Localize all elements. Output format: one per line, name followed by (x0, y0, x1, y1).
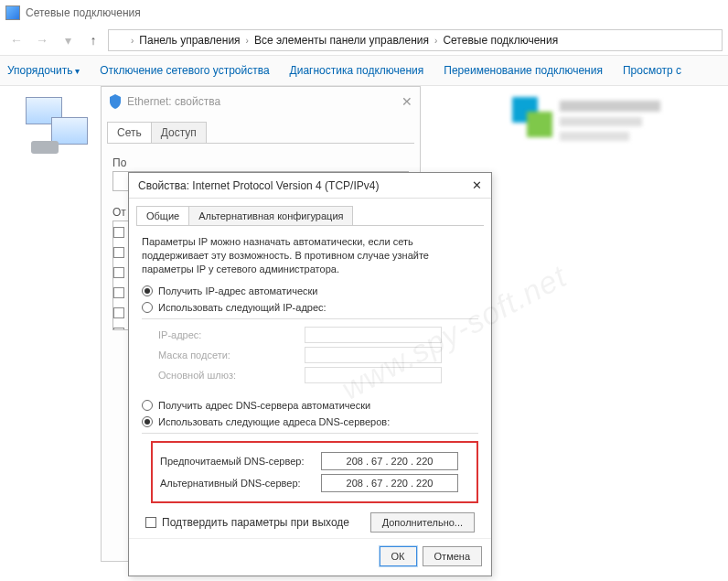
gateway-input (305, 367, 442, 383)
subnet-mask-field: Маска подсети: (158, 347, 478, 363)
nav-back-button[interactable]: ← (5, 29, 27, 51)
cancel-button[interactable]: Отмена (423, 546, 482, 566)
radio-icon (142, 416, 153, 427)
nav-forward-button[interactable]: → (31, 29, 53, 51)
dns-highlight-box: Предпочитаемый DNS-сервер: 208 . 67 . 22… (151, 441, 478, 503)
window-titlebar: Сетевые подключения (0, 0, 728, 26)
ip-input (305, 327, 442, 343)
close-icon[interactable]: ✕ (472, 178, 482, 192)
content-area: Ethernet: свойства ✕ Сеть Доступ По От С… (0, 86, 728, 580)
tab-sharing[interactable]: Доступ (151, 122, 207, 143)
breadcrumb-seg[interactable]: Все элементы панели управления (254, 34, 429, 47)
breadcrumb[interactable]: › Панель управления › Все элементы панел… (108, 29, 723, 51)
validate-checkbox[interactable] (145, 517, 156, 528)
radio-manual-ip[interactable]: Использовать следующий IP-адрес: (142, 302, 478, 313)
ipv4-tabs: Общие Альтернативная конфигурация (136, 206, 484, 226)
rename-button[interactable]: Переименование подключения (444, 64, 603, 77)
radio-icon (142, 285, 153, 296)
network-adapter-icon[interactable] (26, 97, 91, 156)
radio-label: Получить адрес DNS-сервера автоматически (158, 400, 370, 411)
chevron-right-icon: › (244, 36, 251, 46)
breadcrumb-seg[interactable]: Сетевые подключения (443, 34, 558, 47)
ip-address-field: IP-адрес: (158, 327, 478, 343)
tab-network[interactable]: Сеть (107, 122, 152, 143)
blurred-adapter (512, 97, 658, 156)
tab-alternate[interactable]: Альтернативная конфигурация (188, 206, 353, 225)
path-icon (112, 34, 125, 47)
validate-label: Подтвердить параметры при выходе (162, 516, 349, 529)
gateway-field: Основной шлюз: (158, 367, 478, 383)
preferred-dns-input[interactable]: 208 . 67 . 220 . 220 (321, 452, 458, 470)
nav-up-level-button[interactable]: ↑ (82, 29, 104, 51)
close-icon[interactable]: ✕ (401, 94, 412, 109)
radio-icon (142, 400, 153, 411)
organize-menu[interactable]: Упорядочить (7, 64, 80, 77)
radio-icon (142, 302, 153, 313)
ok-button[interactable]: ОК (380, 546, 417, 566)
nav-row: ← → ▾ ↑ › Панель управления › Все элемен… (0, 26, 728, 55)
breadcrumb-seg[interactable]: Панель управления (139, 34, 240, 47)
shield-icon (109, 94, 122, 109)
preferred-dns-row: Предпочитаемый DNS-сервер: 208 . 67 . 22… (160, 452, 469, 470)
tab-general[interactable]: Общие (136, 206, 189, 225)
radio-label: Получить IP-адрес автоматически (158, 285, 317, 296)
dialog-title: Свойства: Internet Protocol Version 4 (T… (138, 179, 379, 192)
chevron-right-icon: › (129, 36, 135, 46)
radio-manual-dns[interactable]: Использовать следующие адреса DNS-сервер… (142, 416, 478, 427)
connect-using-label: По (112, 156, 409, 169)
radio-auto-dns[interactable]: Получить адрес DNS-сервера автоматически (142, 400, 478, 411)
advanced-button[interactable]: Дополнительно... (370, 512, 475, 533)
alternate-dns-row: Альтернативный DNS-сервер: 208 . 67 . 22… (160, 474, 469, 492)
dialog-titlebar: Ethernet: свойства ✕ (102, 87, 420, 116)
chevron-right-icon: › (433, 36, 439, 46)
eth-tabs: Сеть Доступ (107, 122, 414, 144)
window-title: Сетевые подключения (26, 6, 141, 19)
dialog-titlebar: Свойства: Internet Protocol Version 4 (T… (129, 173, 491, 199)
command-bar: Упорядочить Отключение сетевого устройст… (0, 55, 728, 86)
diagnose-button[interactable]: Диагностика подключения (290, 64, 424, 77)
view-status-button[interactable]: Просмотр с (623, 64, 681, 77)
ipv4-properties-dialog: Свойства: Internet Protocol Version 4 (T… (128, 172, 492, 576)
radio-auto-ip[interactable]: Получить IP-адрес автоматически (142, 285, 478, 296)
nav-up-button[interactable]: ▾ (57, 29, 79, 51)
alternate-dns-input[interactable]: 208 . 67 . 220 . 220 (321, 474, 458, 492)
mask-input (305, 347, 442, 363)
disable-device-button[interactable]: Отключение сетевого устройства (100, 64, 269, 77)
radio-label: Использовать следующие адреса DNS-сервер… (158, 416, 390, 427)
description-text: Параметры IP можно назначать автоматичес… (142, 235, 478, 276)
dialog-buttons: ОК Отмена (129, 538, 491, 576)
window-icon (5, 5, 20, 20)
radio-label: Использовать следующий IP-адрес: (158, 302, 327, 313)
dialog-title: Ethernet: свойства (127, 95, 220, 108)
